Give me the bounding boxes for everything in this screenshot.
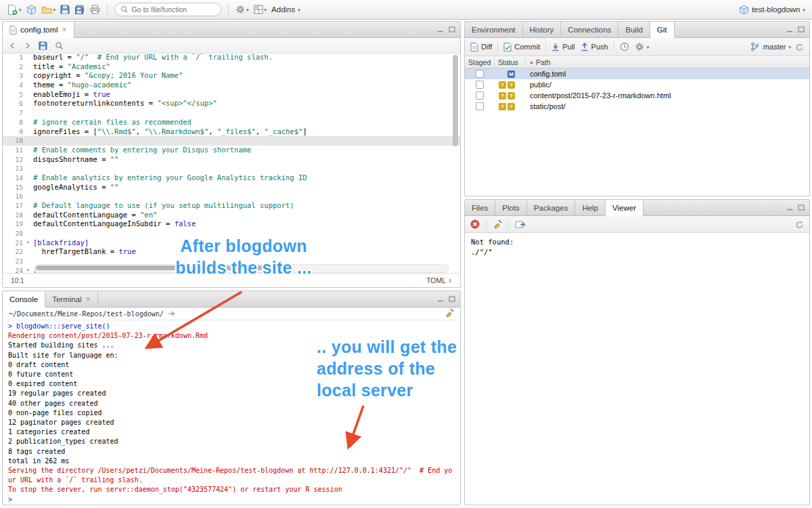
minimize-icon[interactable]	[786, 205, 793, 211]
open-file-button[interactable]: ▾	[41, 5, 56, 14]
project-selector[interactable]: test-blogdown ▾	[739, 5, 805, 15]
tab-environment[interactable]: Environment	[465, 22, 523, 37]
tools-button[interactable]: ▾	[235, 5, 249, 14]
find-replace-icon[interactable]	[55, 41, 64, 50]
code-line[interactable]: 5enableEmoji = true	[3, 90, 460, 100]
refresh-icon[interactable]	[795, 220, 804, 229]
tab-viewer[interactable]: Viewer	[606, 200, 644, 216]
code-line[interactable]: 19defaultContentLanguageInSubdir = false	[3, 219, 460, 229]
commit-button[interactable]: Commit	[503, 43, 540, 51]
code-line[interactable]: 18defaultContentLanguage = "en"	[3, 211, 460, 220]
maximize-icon[interactable]	[798, 205, 805, 211]
staged-checkbox[interactable]	[476, 102, 484, 110]
open-folder-icon	[41, 5, 52, 14]
save-button[interactable]	[60, 5, 70, 14]
vertical-scrollbar[interactable]	[452, 54, 459, 264]
tab-label: Help	[582, 204, 598, 212]
tab-files[interactable]: Files	[465, 200, 495, 215]
code-line[interactable]: 15googleAnalytics = ""	[3, 183, 460, 192]
tab-label: config.toml	[20, 26, 58, 34]
code-line[interactable]: 7	[3, 108, 460, 118]
maximize-icon[interactable]	[798, 26, 805, 33]
code-line[interactable]: 11# Enable comments by entering your Dis…	[3, 146, 460, 155]
code-line[interactable]: 6footnotereturnlinkcontents = "<sup>^</s…	[3, 99, 460, 108]
language-selector[interactable]: TOML ⇕	[426, 276, 452, 284]
staged-checkbox[interactable]	[476, 91, 484, 100]
git-row[interactable]: ??public/	[465, 79, 809, 90]
addins-button[interactable]: Addins ▾	[271, 5, 300, 14]
goto-directory-icon[interactable]	[168, 310, 176, 317]
goto-file-search[interactable]	[114, 3, 221, 16]
minimize-icon[interactable]	[437, 26, 444, 33]
chevron-down-icon: ▾	[19, 7, 22, 12]
push-button[interactable]: Push	[581, 43, 608, 51]
code-line[interactable]: 8# ignore certain files as recommended	[3, 118, 460, 127]
save-icon[interactable]	[39, 41, 47, 50]
save-all-button[interactable]	[74, 5, 85, 15]
panes-layout-button[interactable]: ▾	[254, 5, 267, 14]
code-line[interactable]: 13	[3, 164, 460, 173]
tab-connections[interactable]: Connections	[561, 22, 618, 37]
code-line[interactable]: 4theme = "hugo-academic"	[3, 81, 460, 90]
console-line: 0 non-page files copied	[8, 408, 455, 418]
tab-plots[interactable]: Plots	[495, 200, 527, 215]
code-line[interactable]: 10	[3, 136, 460, 146]
viewer-output: Not found: ./"/"	[465, 233, 809, 261]
code-line[interactable]: 14# Enable analytics by entering your Go…	[3, 173, 460, 183]
forward-icon[interactable]	[24, 42, 31, 49]
maximize-icon[interactable]	[449, 296, 455, 302]
tab-label: Plots	[502, 204, 520, 212]
git-row[interactable]: ??static/post/	[465, 101, 809, 112]
staged-checkbox[interactable]	[476, 81, 484, 89]
tab-terminal[interactable]: Terminal ×	[45, 291, 97, 307]
git-row[interactable]: Mconfig.toml	[465, 68, 809, 79]
clear-console-button[interactable]	[445, 308, 454, 319]
minimize-icon[interactable]	[786, 26, 793, 33]
code-line[interactable]: 1baseurl = "/" # End your URL with a `/`…	[3, 53, 460, 62]
stop-icon[interactable]	[470, 219, 480, 229]
print-button[interactable]	[90, 5, 100, 14]
source-toolbar	[3, 38, 460, 54]
refresh-icon[interactable]	[795, 43, 804, 51]
tab-history[interactable]: History	[523, 22, 562, 37]
staged-cell	[465, 102, 495, 110]
minimize-icon[interactable]	[437, 296, 444, 302]
tab-console[interactable]: Console	[3, 291, 45, 308]
export-icon[interactable]	[515, 220, 526, 229]
line-number: 21	[3, 238, 23, 248]
column-path[interactable]: ▲Path	[526, 56, 809, 68]
code-line[interactable]: 9ignoreFiles = ["\\.Rmd$", "\\.Rmarkdown…	[3, 127, 460, 137]
code-line[interactable]: 16	[3, 192, 460, 201]
column-status[interactable]: Status	[495, 56, 526, 68]
git-row[interactable]: ??content/post/2015-07-23-r-rmarkdown.ht…	[465, 90, 809, 101]
maximize-icon[interactable]	[449, 26, 455, 33]
history-button[interactable]	[620, 42, 629, 51]
goto-file-input[interactable]	[130, 5, 215, 14]
toolbar-separator	[486, 219, 487, 230]
scrollbar-thumb[interactable]	[453, 55, 458, 146]
code-line[interactable]: 17# Default language to use (if you setu…	[3, 201, 460, 211]
tab-git[interactable]: Git	[650, 22, 675, 38]
close-icon[interactable]: ×	[62, 25, 67, 35]
new-project-button[interactable]	[26, 5, 37, 15]
git-more-button[interactable]: ▾	[635, 42, 650, 51]
cursor-position[interactable]: 10:1	[11, 277, 24, 284]
staged-checkbox[interactable]	[476, 70, 484, 78]
code-line[interactable]: 12disqusShortname = ""	[3, 155, 460, 165]
tab-help[interactable]: Help	[575, 200, 606, 215]
column-staged[interactable]: Staged	[465, 56, 495, 68]
code-line[interactable]: 3copyright = "&copy; 2016 Your Name"	[3, 71, 460, 81]
broom-icon[interactable]	[493, 219, 502, 229]
back-icon[interactable]	[9, 42, 16, 49]
close-icon[interactable]: ×	[86, 295, 91, 304]
diff-button[interactable]: Diff	[470, 43, 492, 51]
new-file-button[interactable]: ▾	[7, 4, 22, 15]
fold-marker-icon[interactable]: ▾	[23, 238, 33, 248]
code-line[interactable]: 2title = "Academic"	[3, 62, 460, 72]
tab-build[interactable]: Build	[618, 22, 650, 37]
pull-icon	[551, 43, 560, 51]
tab-config-toml[interactable]: config.toml ×	[3, 22, 74, 38]
tab-packages[interactable]: Packages	[527, 200, 576, 215]
pull-button[interactable]: Pull	[551, 43, 574, 51]
branch-selector[interactable]: master ▾	[763, 43, 791, 51]
